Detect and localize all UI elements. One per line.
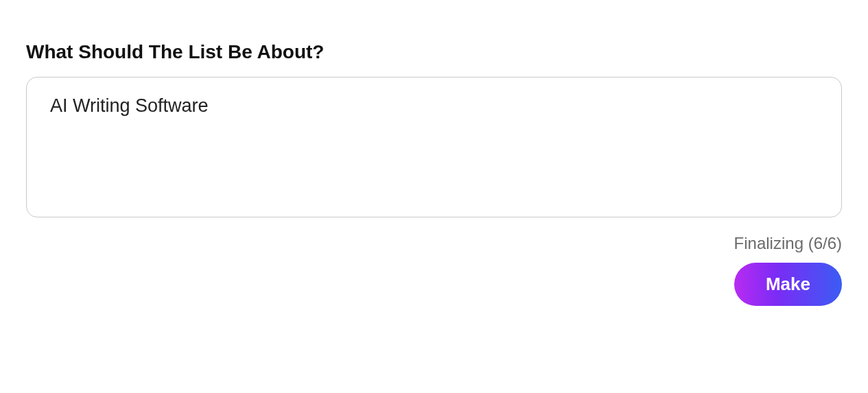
status-label: Finalizing (6/6) <box>734 234 842 253</box>
form-heading: What Should The List Be About? <box>26 41 842 63</box>
list-form: What Should The List Be About? Finalizin… <box>26 41 842 306</box>
list-topic-input[interactable] <box>26 77 842 217</box>
make-button[interactable]: Make <box>734 263 842 306</box>
form-footer: Finalizing (6/6) Make <box>26 234 842 306</box>
